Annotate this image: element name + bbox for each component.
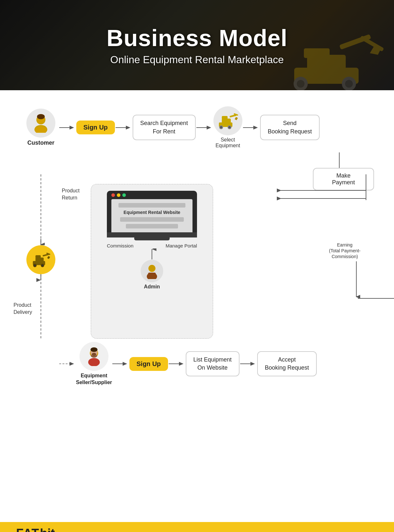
signup-button-customer[interactable]: Sign Up	[76, 121, 115, 134]
dot-green	[122, 193, 126, 197]
footer-logo: FATbit Technologies	[16, 527, 59, 532]
seller-row: EquipmentSeller/Supplier Sign Up List Eq…	[23, 342, 374, 386]
admin-person-icon	[144, 263, 160, 279]
seller-col: EquipmentSeller/Supplier	[76, 342, 112, 386]
svg-rect-48	[148, 273, 156, 277]
arrow-signup-list	[168, 360, 186, 368]
right-payment-col: Earning(Total Payment-Commission)	[277, 174, 374, 339]
screen-bar-2	[120, 217, 183, 222]
arrow-list-accept	[239, 360, 257, 368]
svg-point-2	[297, 80, 305, 88]
seller-avatar	[80, 342, 108, 371]
product-delivery-label: ProductDelivery	[14, 302, 32, 316]
header: Business Model Online Equipment Rental M…	[0, 0, 394, 90]
screen-bar-1	[118, 203, 186, 208]
admin-label: Admin	[144, 284, 160, 290]
svg-point-47	[149, 265, 155, 271]
dot-red	[111, 193, 115, 197]
accept-booking-box: AcceptBooking Request	[257, 351, 317, 376]
arrow-equip-booking	[242, 124, 260, 131]
page-subtitle: Online Equipment Rental Marketplace	[110, 54, 284, 66]
send-booking-box: SendBooking Request	[260, 115, 320, 140]
equipment-circle	[26, 245, 55, 274]
website-container: Equipment Rental Website Commission Mana…	[91, 184, 213, 339]
admin-avatar	[141, 260, 163, 282]
earning-label: Earning(Total Payment-Commission)	[329, 242, 361, 260]
product-return-label: ProductReturn	[62, 187, 80, 202]
dashed-line-top	[36, 174, 46, 245]
portal-labels-row: Commission Manage Portal	[107, 243, 197, 248]
svg-rect-6	[304, 48, 330, 58]
arrow-earning-horiz	[358, 294, 394, 303]
footer-logo-bit: bit	[40, 527, 55, 532]
signup-button-seller[interactable]: Sign Up	[129, 357, 168, 371]
svg-point-59	[90, 347, 98, 352]
svg-rect-24	[222, 116, 228, 119]
dot-yellow	[117, 193, 120, 197]
svg-rect-38	[35, 255, 41, 258]
select-equipment-icon	[213, 106, 242, 135]
arrow-signup-search	[115, 124, 133, 131]
main-content: Customer Sign Up Search Equipment For Re…	[0, 90, 394, 512]
customer-person-icon	[31, 113, 51, 133]
search-equipment-box: Search Equipment For Rent	[133, 115, 196, 140]
svg-point-36	[42, 265, 43, 266]
svg-point-57	[88, 358, 100, 366]
select-equipment-label: SelectEquipment	[215, 137, 240, 149]
arrow-equip-to-seller	[59, 360, 76, 368]
seller-label: EquipmentSeller/Supplier	[76, 372, 112, 386]
svg-point-22	[229, 126, 231, 128]
arrow-customer-signup	[59, 124, 76, 131]
dashed-line-bottom	[36, 274, 46, 339]
svg-point-14	[37, 114, 45, 119]
svg-rect-23	[222, 119, 231, 123]
arrow-admin-to-monitor	[147, 248, 157, 260]
manage-portal-label: Manage Portal	[165, 243, 197, 248]
website-label: Equipment Rental Website	[124, 210, 180, 215]
screen-bar-3	[126, 224, 178, 228]
excavator-yellow-icon	[31, 252, 51, 268]
svg-point-4	[345, 80, 353, 88]
admin-col: Admin	[141, 260, 163, 290]
page-title: Business Model	[107, 25, 287, 51]
monitor-base	[134, 237, 170, 240]
svg-point-20	[220, 126, 222, 128]
diagram: Customer Sign Up Search Equipment For Re…	[20, 106, 374, 386]
commission-label: Commission	[107, 243, 134, 248]
svg-rect-37	[35, 257, 43, 262]
customer-label: Customer	[27, 140, 54, 146]
monitor-stand-bar	[107, 232, 197, 237]
svg-marker-41	[47, 256, 50, 259]
monitor: Equipment Rental Website	[107, 191, 197, 232]
svg-point-60	[92, 353, 96, 356]
svg-point-34	[34, 265, 36, 266]
seller-person-icon	[84, 347, 104, 366]
customer-avatar	[26, 109, 55, 138]
footer: FATbit Technologies © All rights reserve…	[0, 522, 394, 532]
excavator-icon	[217, 112, 238, 130]
arrow-seller-signup	[112, 360, 129, 368]
footer-logo-fat: FAT	[16, 527, 39, 532]
list-equipment-box: List EquipmentOn Website	[186, 351, 239, 376]
monitor-screen: Equipment Rental Website	[111, 199, 192, 232]
arrow-search-equip	[196, 124, 213, 131]
svg-marker-27	[235, 117, 238, 120]
